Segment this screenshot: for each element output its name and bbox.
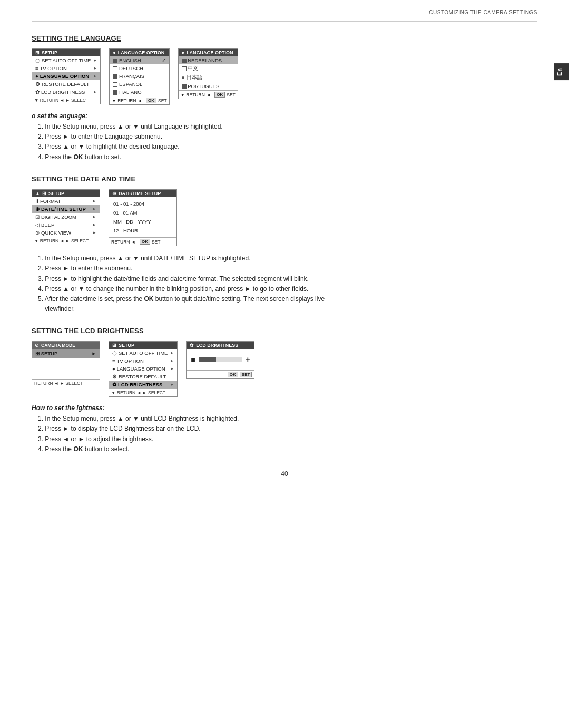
language-instructions: o set the anguage: 1. In the Setup menu,…: [32, 112, 537, 162]
globe-icon: ●: [35, 73, 38, 79]
setup-icon-lcd: ⊞: [112, 343, 116, 348]
quickview-icon: ⊙: [35, 230, 40, 236]
datetime-instructions: 1. In the Setup menu, press ▲ or ▼ until…: [32, 254, 537, 314]
lcd-heading: SETTING THE LCD BRIGHTNESS: [32, 327, 537, 335]
language-menu1-header: ⊞ SETUP: [32, 49, 100, 56]
lcd-screenshots-row: ⊙ CAMERA MODE ⊞ SETUP ► RETURN ◄ ► SELEC…: [32, 341, 537, 397]
ok-btn-dt: OK: [140, 239, 150, 245]
top-rule: [32, 21, 537, 22]
brightness-minus: ■: [191, 355, 195, 364]
lcd-step3: 3. Press ◄ or ► to adjust the brightness…: [36, 434, 537, 444]
checkbox-nederlands: [182, 59, 187, 63]
lang-step2: 2. Press ► to enter the Language submenu…: [36, 132, 537, 142]
sun-icon2: ✿: [112, 382, 116, 387]
lcd-menu2-lang: ● LANGUAGE OPTION ►: [109, 365, 177, 373]
datetime-menu1-footer: ▼ RETURN ◄ ► SELECT: [32, 237, 100, 245]
format-icon: ⁞⁞: [35, 198, 38, 204]
lang-italiano: ITALIANO: [110, 88, 169, 96]
lcd-menu1-setup-item: ⊞ SETUP ►: [32, 349, 100, 358]
en-tab: En: [554, 63, 569, 80]
datetime-heading: SETTING THE DATE AND TIME: [32, 175, 537, 183]
lcd-menu3: ✿ LCD BRIGHTNESS ■ + OK SET: [186, 341, 254, 379]
lcd-menu1-spacer: [32, 358, 100, 379]
lang-step3: 3. Press ▲ or ▼ to highlight the desired…: [36, 142, 537, 152]
menu1-item-lcd: ✿ LCD BRIGHTNESS ►: [32, 88, 100, 96]
lcd-menu1-footer: RETURN ◄ ► SELECT: [32, 379, 100, 387]
lang-espanol: ESPAÑOL: [110, 80, 169, 88]
checkbox-deutsch: [113, 66, 117, 71]
brightness-bar: [199, 357, 242, 362]
dt-item-beep: ◁ BEEP ►: [32, 221, 100, 229]
page-number: 40: [32, 470, 537, 478]
lcd-menu2-restore: ⚙ RESTORE DEFAULT: [109, 373, 177, 381]
lcd-menu2: ⊞ SETUP ◌ SET AUTO OFF TIME ► ≡ TV OPTIO…: [109, 341, 178, 397]
lcd-menu2-brightness: ✿ LCD BRIGHTNESS ►: [109, 381, 177, 389]
setup-icon-cam: ⊞: [35, 351, 40, 356]
language-menu1-footer: ▼ RETURN ◄ ► SELECT: [32, 96, 100, 104]
section-datetime: SETTING THE DATE AND TIME ▲ ⊞ SETUP ⁞⁞ F…: [32, 175, 537, 315]
language-heading: SETTING THE LANGUAGE: [32, 34, 537, 42]
beep-icon: ◁: [35, 222, 40, 228]
globe-icon2: ●: [113, 50, 115, 55]
lcd-instr-list: 1. In the Setup menu, press ▲ or ▼ until…: [36, 414, 537, 454]
set-btn1: OK: [146, 98, 156, 103]
list-icon: ≡: [35, 65, 38, 71]
lang-chinese: 中文: [179, 64, 238, 73]
lang-francais: FRANÇAIS: [110, 72, 169, 80]
lang-deutsch: DEUTSCH: [110, 64, 169, 72]
menu1-item-autooff: ◌ SET AUTO OFF TIME ►: [32, 56, 100, 64]
menu1-item-language: ● LANGUAGE OPTION ►: [32, 72, 100, 80]
datetime-menu2: ⊕ DATE/TIME SETUP 01 - 01 - 2004 01 : 01…: [109, 189, 177, 246]
menu1-item-restore: ⚙ RESTORE DEFAULT: [32, 80, 100, 88]
list-icon2: ≡: [112, 358, 115, 364]
datetime-time: 01 : 01 AM: [113, 208, 172, 217]
brightness-plus: +: [246, 355, 250, 364]
datetime-icon: ⊕: [35, 206, 40, 212]
checkbox-espanol: [113, 82, 117, 87]
lcd-menu2-header: ⊞ SETUP: [109, 342, 177, 349]
datetime-menu2-footer: RETURN ◄ OK SET: [109, 237, 176, 246]
language-screenshots-row: ⊞ SETUP ◌ SET AUTO OFF TIME ► ≡ TV OPTIO…: [32, 48, 537, 105]
dt-step2: 2. Press ► to enter the submenu.: [36, 264, 537, 274]
checkbox-english: [113, 59, 117, 63]
page-container: CUSTOMIZING THE CAMERA SETTINGS En SETTI…: [0, 0, 569, 509]
lang-english: ENGLISH ✓: [110, 56, 169, 64]
lang-portugues: PORTUGUÊS: [179, 82, 238, 90]
lang-nederlands: NEDERLANDS: [179, 56, 238, 64]
restore-icon2: ⚙: [112, 374, 117, 380]
checkbox-portugues: [182, 84, 187, 89]
dot-japanese: [182, 76, 184, 79]
datetime-screenshots-row: ▲ ⊞ SETUP ⁞⁞ FORMAT ► ⊕ DATE/TIME SETUP …: [32, 189, 537, 246]
dt-item-zoom: ⊡ DIGITAL ZOOM ►: [32, 213, 100, 221]
setup-icon-dt: ⊞: [42, 191, 46, 196]
dt-step5: 5. After the date/time is set, press the…: [36, 294, 537, 314]
ok-btn-lcd: OK: [228, 372, 238, 377]
language-menu3-header: ● LANGUAGE OPTION: [179, 49, 238, 56]
sun-icon3: ✿: [190, 343, 194, 348]
lcd-menu1: ⊙ CAMERA MODE ⊞ SETUP ► RETURN ◄ ► SELEC…: [32, 341, 100, 387]
menu1-item-tvoption: ≡ TV OPTION ►: [32, 64, 100, 72]
brightness-bar-fill: [199, 357, 217, 362]
zoom-icon: ⊡: [35, 214, 40, 220]
datetime-format: MM - DD - YYYY: [113, 217, 172, 226]
language-instr-list: 1. In the Setup menu, press ▲ or ▼ until…: [36, 122, 537, 162]
language-menu2: ● LANGUAGE OPTION ENGLISH ✓ DEUTSCH FRAN…: [109, 48, 169, 105]
set-btn2: OK: [214, 92, 225, 98]
checkbox-chinese: [182, 66, 187, 71]
lang-step1: 1. In the Setup menu, press ▲ or ▼ until…: [36, 122, 537, 132]
camera-icon: ⊙: [35, 343, 39, 348]
set-btn-lcd: SET: [240, 372, 252, 377]
language-menu3-footer: ▼ RETURN ◄ OK SET: [179, 90, 238, 99]
dt-step4: 4. Press ▲ or ▼ to change the number in …: [36, 284, 537, 294]
lcd-menu2-footer: ▼ RETURN ◄ ► SELECT: [109, 389, 177, 396]
lcd-step4: 4. Press the OK button to select.: [36, 444, 537, 454]
lcd-bright-content: ■ +: [187, 349, 254, 370]
lcd-menu2-autooff: ◌ SET AUTO OFF TIME ►: [109, 349, 177, 357]
lcd-instr-title: How to set the ightness:: [32, 404, 537, 412]
globe-icon3: ●: [182, 50, 184, 55]
lcd-menu1-camera-header: ⊙ CAMERA MODE: [32, 342, 100, 349]
dt-step1: 1. In the Setup menu, press ▲ or ▼ until…: [36, 254, 537, 264]
checkbox-italiano: [113, 90, 117, 95]
dt-item-datetime: ⊕ DATE/TIME SETUP ►: [32, 205, 100, 213]
clock-icon: ◌: [35, 57, 40, 63]
